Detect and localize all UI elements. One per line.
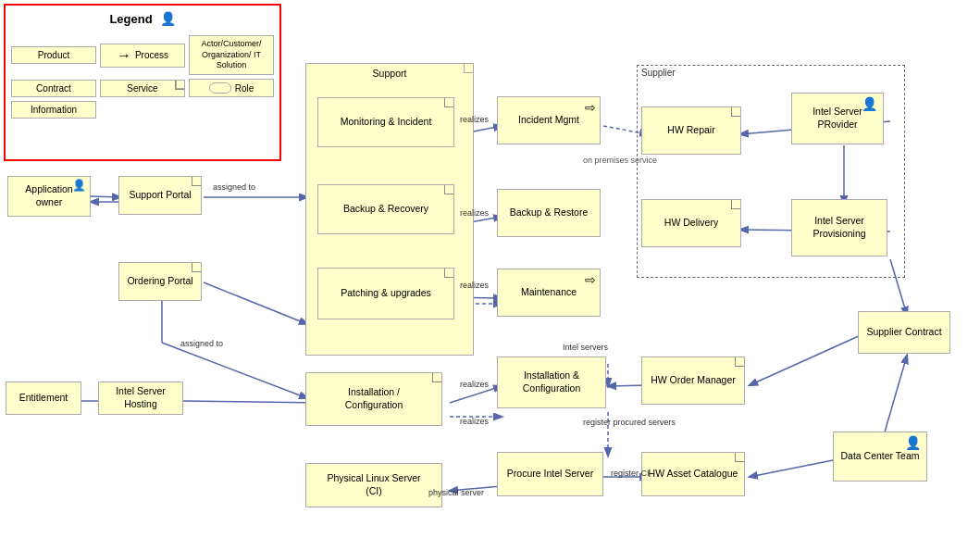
svg-line-0 [91,196,120,197]
legend-product: Product [11,46,96,64]
patching-upgrades-node: Patching & upgrades [317,268,454,319]
legend-title: Legend [109,12,152,26]
data-center-team-node: 👤 Data Center Team [833,432,927,482]
monitoring-incident-node: Monitoring & Incident [317,97,454,147]
svg-line-26 [183,401,322,403]
legend-information: Information [11,101,96,119]
intel-server-hosting-node: Intel Server Hosting [98,382,183,415]
entitlement-node: Entitlement [6,382,81,415]
assigned-to-label-1: assigned to [213,182,255,192]
realizes-2: realizes [460,208,489,218]
realizes-5: realizes [460,417,489,426]
legend-box: Legend 👤 Product → Process Actor/Custome… [4,4,281,161]
svg-line-2 [204,282,307,324]
realizes-4: realizes [460,380,489,389]
procure-intel-server-node: Procure Intel Server [497,452,603,496]
actor-icon-dct: 👤 [905,434,921,451]
diagram-container: Legend 👤 Product → Process Actor/Custome… [0,0,980,538]
installation-config-left-node: Installation / Configuration [305,372,442,426]
support-container-node: Support Monitoring & Incident Backup & R… [305,63,474,356]
register-procured-label: register procured servers [583,418,676,427]
register-ci-label: register CI [611,469,650,478]
physical-linux-server-node: Physical Linux Server (CI) [305,463,442,507]
hw-order-manager-node: HW Order Manager [641,357,745,405]
ordering-portal-node: Ordering Portal [118,262,202,301]
support-portal-node: Support Portal [118,176,202,215]
realizes-1: realizes [460,115,489,124]
hw-repair-node: HW Repair [641,106,741,155]
legend-role: Role [189,79,274,97]
supplier-contract-node: Supplier Contract [858,311,950,354]
hw-asset-catalogue-node: HW Asset Catalogue [641,452,745,496]
assigned-to-label-2: assigned to [180,339,223,348]
on-premises-label: on premises service [583,156,657,165]
actor-icon-isp: 👤 [862,95,877,112]
backup-restore-node: Backup & Restore [497,189,601,237]
actor-icon-appowner: 👤 [72,179,86,194]
hw-delivery-node: HW Delivery [641,199,741,247]
legend-contract: Contract [11,80,96,97]
svg-line-22 [884,356,907,435]
legend-actor: Actor/Customer/ Organization/ IT Solutio… [189,35,274,75]
intel-servers-label: Intel servers [563,343,608,352]
realizes-3: realizes [460,281,489,290]
svg-line-16 [750,335,861,385]
intel-server-provider-node: 👤 Intel Server PRovider [791,93,884,144]
installation-config-right-node: Installation & Configuration [497,357,606,408]
actor-icon-legend: 👤 [160,11,176,26]
physical-server-label: physical server [428,488,484,497]
support-label: Support [306,64,473,82]
maintenance-node: ⇨ Maintenance [497,269,601,317]
svg-line-21 [750,459,837,477]
supplier-label: Supplier [641,68,676,78]
legend-process: → Process [100,44,185,68]
application-owner-node: 👤 Application owner [7,176,91,217]
intel-server-provisioning-node: Intel Server Provisioning [791,199,887,256]
legend-service: Service [100,80,185,97]
backup-recovery-node: Backup & Recovery [317,184,454,234]
svg-line-4 [162,343,307,398]
incident-mgmt-node: ⇨ Incident Mgmt [497,96,601,144]
